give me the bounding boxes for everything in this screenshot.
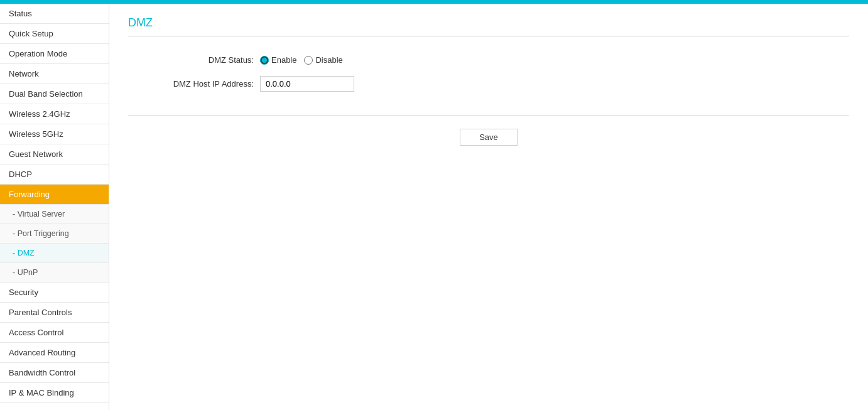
disable-label: Disable	[315, 55, 342, 65]
enable-radio[interactable]	[260, 56, 269, 65]
sidebar-item-guest-network[interactable]: Guest Network	[0, 144, 109, 165]
sidebar-item-dynamic-dns[interactable]: Dynamic DNS	[0, 403, 109, 410]
enable-label: Enable	[271, 55, 296, 65]
page-title: DMZ	[128, 16, 849, 30]
sidebar-item-quick-setup[interactable]: Quick Setup	[0, 24, 109, 44]
sidebar-item-access-control[interactable]: Access Control	[0, 323, 109, 343]
sidebar-item-network[interactable]: Network	[0, 64, 109, 84]
main-content: DMZ DMZ Status: Enable Disable	[109, 4, 868, 410]
sidebar-item-wireless-24ghz[interactable]: Wireless 2.4GHz	[0, 104, 109, 124]
dmz-host-ip-label: DMZ Host IP Address:	[128, 79, 254, 89]
sidebar-item-status[interactable]: Status	[0, 4, 109, 24]
sidebar-item-security[interactable]: Security	[0, 283, 109, 303]
sidebar-item-advanced-routing[interactable]: Advanced Routing	[0, 343, 109, 363]
disable-radio[interactable]	[304, 56, 313, 65]
disable-radio-label[interactable]: Disable	[304, 55, 342, 65]
sidebar-item-dhcp[interactable]: DHCP	[0, 165, 109, 185]
dmz-host-ip-input[interactable]	[260, 76, 354, 92]
dmz-status-row: DMZ Status: Enable Disable	[128, 55, 849, 65]
dmz-status-label: DMZ Status:	[128, 55, 254, 65]
form-section: DMZ Status: Enable Disable DMZ Host IP A…	[128, 49, 849, 116]
dmz-status-radio-group: Enable Disable	[260, 55, 343, 65]
sidebar-item-port-triggering[interactable]: - Port Triggering	[0, 224, 109, 244]
sidebar-item-wireless-5ghz[interactable]: Wireless 5GHz	[0, 124, 109, 144]
sidebar-item-dual-band-selection[interactable]: Dual Band Selection	[0, 84, 109, 104]
save-button[interactable]: Save	[460, 129, 518, 146]
sidebar-item-virtual-server[interactable]: - Virtual Server	[0, 205, 109, 224]
sidebar-item-parental-controls[interactable]: Parental Controls	[0, 303, 109, 323]
sidebar-item-bandwidth-control[interactable]: Bandwidth Control	[0, 363, 109, 383]
sidebar-item-operation-mode[interactable]: Operation Mode	[0, 44, 109, 64]
sidebar-item-ip-mac-binding[interactable]: IP & MAC Binding	[0, 383, 109, 403]
divider-bottom	[128, 116, 849, 116]
sidebar: StatusQuick SetupOperation ModeNetworkDu…	[0, 4, 109, 410]
dmz-host-ip-row: DMZ Host IP Address:	[128, 76, 849, 92]
save-row: Save	[128, 129, 849, 146]
main-layout: StatusQuick SetupOperation ModeNetworkDu…	[0, 4, 868, 410]
enable-radio-label[interactable]: Enable	[260, 55, 296, 65]
divider-top	[128, 36, 849, 36]
sidebar-item-forwarding[interactable]: Forwarding	[0, 185, 109, 205]
sidebar-item-dmz[interactable]: - DMZ	[0, 244, 109, 263]
sidebar-item-upnp[interactable]: - UPnP	[0, 263, 109, 283]
